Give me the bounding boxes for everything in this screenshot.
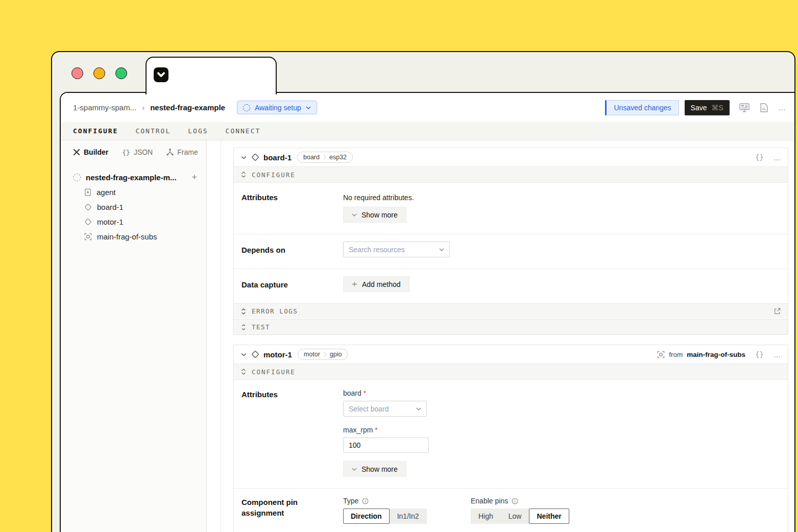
- max-rpm-input[interactable]: [343, 438, 429, 453]
- type-option-direction[interactable]: Direction: [343, 509, 390, 524]
- enable-pins-info-icon[interactable]: [512, 498, 518, 504]
- machine-status-dropdown[interactable]: Awaiting setup: [237, 101, 317, 114]
- data-file-icon[interactable]: [760, 103, 768, 112]
- required-marker: *: [375, 426, 377, 434]
- attributes-label: Attributes: [241, 389, 323, 477]
- card-more-options-icon[interactable]: ...: [773, 153, 781, 162]
- edit-json-icon[interactable]: {}: [755, 154, 764, 161]
- viam-logo-icon: [154, 67, 168, 82]
- tree-item-label: motor-1: [97, 217, 124, 226]
- expand-section-icon: [241, 308, 246, 315]
- monitor-icon[interactable]: [739, 103, 749, 112]
- sidebar-tab-json[interactable]: {} JSON: [122, 148, 153, 156]
- attributes-row: Attributes No required attributes. Show …: [234, 183, 788, 234]
- tree-root-machine[interactable]: nested-frag-example-m... +: [73, 170, 197, 185]
- data-capture-row: Data capture Add method: [234, 269, 788, 303]
- depends-on-select[interactable]: Search resources: [343, 241, 450, 257]
- configure-section-bar[interactable]: CONFIGURE: [234, 364, 788, 380]
- board-card-header: board-1 board esp32 {}: [234, 148, 788, 166]
- add-method-button[interactable]: Add method: [343, 276, 409, 292]
- save-shortcut: ⌘S: [711, 104, 723, 112]
- header-icon-group: ...: [739, 103, 786, 112]
- required-marker: *: [364, 389, 366, 397]
- show-more-button[interactable]: Show more: [343, 461, 406, 477]
- unsaved-changes-button[interactable]: Unsaved changes: [605, 100, 679, 115]
- card-more-options-icon[interactable]: ...: [773, 350, 781, 359]
- show-more-button[interactable]: Show more: [343, 207, 406, 223]
- component-diamond-icon: [251, 350, 259, 358]
- resource-type-tag: motor gpio: [298, 349, 348, 360]
- frame-axes-icon: [166, 149, 174, 156]
- breadcrumb-parent[interactable]: 1-spammy-spam...: [73, 103, 136, 112]
- test-label: TEST: [252, 323, 270, 331]
- board-field-label: board: [343, 389, 361, 397]
- type-info-icon[interactable]: [362, 498, 369, 504]
- error-logs-bar[interactable]: ERROR LOGS: [234, 303, 788, 319]
- add-resource-button[interactable]: +: [191, 172, 197, 183]
- component-diamond-icon: [84, 203, 92, 211]
- collapse-card-chevron-icon[interactable]: [241, 156, 247, 159]
- show-more-label: Show more: [361, 465, 398, 473]
- expand-section-icon: [241, 324, 246, 330]
- agent-document-icon: [84, 188, 91, 196]
- open-logs-external-icon[interactable]: [774, 308, 781, 315]
- max-rpm-field-label: max_rpm: [343, 426, 373, 434]
- screen: 1-spammy-spam... › nested-frag-example A…: [0, 0, 798, 532]
- app-window: 1-spammy-spam... › nested-frag-example A…: [60, 92, 794, 532]
- close-window-button[interactable]: [71, 67, 83, 79]
- tree-item-main-frag-of-subs[interactable]: main-frag-of-subs: [73, 229, 197, 244]
- motor-attributes-row: Attributes board * Select board: [234, 380, 788, 488]
- collapse-card-chevron-icon[interactable]: [241, 353, 247, 356]
- resource-name: board-1: [263, 153, 292, 162]
- builder-tools-icon: [73, 149, 80, 156]
- sidebar-tab-frame[interactable]: Frame: [166, 148, 198, 156]
- enable-option-low[interactable]: Low: [501, 509, 529, 524]
- enable-option-neither[interactable]: Neither: [529, 509, 569, 524]
- board-field: board * Select board: [343, 389, 781, 417]
- sidebar-tab-frame-label: Frame: [177, 148, 198, 156]
- chevron-down-icon: [352, 468, 357, 471]
- tag-model: esp32: [326, 154, 352, 161]
- pin-assignment-label: Component pin assignment: [241, 497, 323, 532]
- save-button[interactable]: Save ⌘S: [685, 100, 730, 115]
- from-label: from: [669, 351, 683, 358]
- tree-item-board-1[interactable]: board-1: [73, 200, 197, 214]
- sidebar-tab-json-label: JSON: [134, 148, 153, 156]
- type-segmented-control: Direction In1/In2: [343, 509, 427, 524]
- sidebar-tab-builder[interactable]: Builder: [73, 148, 108, 156]
- browser-tab[interactable]: [146, 57, 277, 94]
- component-diamond-icon: [84, 218, 92, 226]
- depends-on-label: Depends on: [241, 241, 323, 257]
- type-option-in1in2[interactable]: In1/In2: [390, 509, 427, 524]
- edit-json-icon[interactable]: {}: [755, 351, 764, 358]
- enable-pins-segmented-control: High Low Neither: [471, 509, 569, 524]
- tree-item-label: main-frag-of-subs: [97, 232, 157, 241]
- tab-logs[interactable]: LOGS: [188, 127, 208, 135]
- tree-item-agent[interactable]: agent: [73, 185, 197, 200]
- fragment-icon: [84, 233, 92, 240]
- max-rpm-field: max_rpm *: [343, 426, 781, 453]
- component-diamond-icon: [251, 153, 259, 161]
- board-select[interactable]: Select board: [343, 401, 427, 417]
- tab-control[interactable]: CONTROL: [135, 127, 171, 135]
- browser-window: 1-spammy-spam... › nested-frag-example A…: [51, 51, 795, 532]
- minimize-window-button[interactable]: [93, 67, 105, 79]
- configure-section-bar[interactable]: CONFIGURE: [234, 166, 788, 183]
- test-bar[interactable]: TEST: [234, 319, 788, 334]
- tag-model: gpio: [327, 351, 348, 358]
- maximize-window-button[interactable]: [115, 67, 127, 79]
- tab-connect[interactable]: CONNECT: [226, 127, 261, 135]
- awaiting-setup-icon: [243, 104, 250, 111]
- no-required-attributes-text: No required attributes.: [343, 192, 781, 202]
- enable-option-high[interactable]: High: [471, 509, 501, 524]
- tag-type: board: [298, 154, 323, 161]
- board-select-placeholder: Select board: [349, 405, 389, 413]
- resource-name: motor-1: [263, 350, 292, 359]
- fragment-icon: [657, 351, 665, 358]
- tag-type: motor: [298, 351, 324, 358]
- tab-configure[interactable]: CONFIGURE: [73, 127, 118, 135]
- traffic-lights: [71, 67, 127, 79]
- tree-item-motor-1[interactable]: motor-1: [73, 214, 197, 229]
- more-options-icon[interactable]: ...: [779, 103, 786, 112]
- chevron-down-icon: [439, 248, 444, 251]
